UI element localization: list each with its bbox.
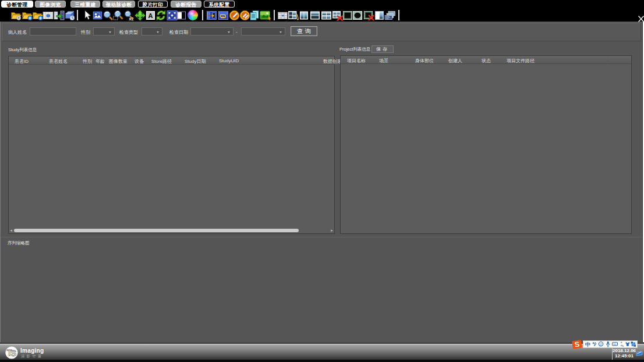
svg-text:中: 中 — [585, 342, 590, 347]
svg-text:x2: x2 — [129, 17, 134, 21]
svg-text:A: A — [148, 12, 153, 19]
